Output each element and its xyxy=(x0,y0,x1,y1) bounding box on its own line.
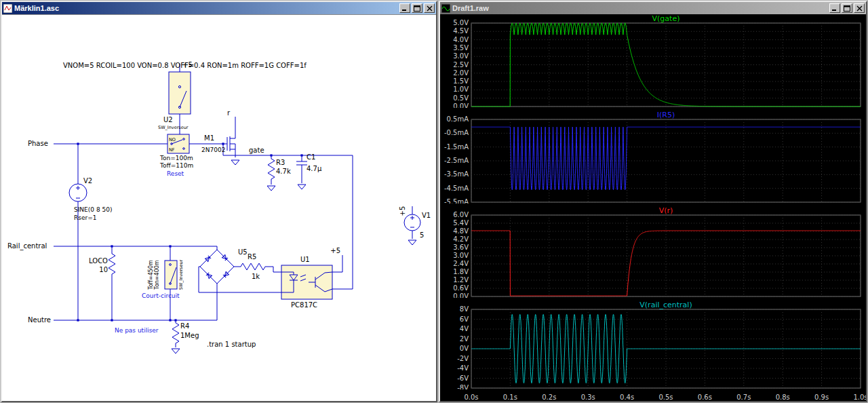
net-label-plus5-v1[interactable]: +5 xyxy=(399,206,406,216)
ground-symbols[interactable] xyxy=(172,160,416,353)
y-tick-label: 0.0V xyxy=(453,102,469,108)
loco-value-label: 10 xyxy=(99,266,108,273)
close-button[interactable] xyxy=(854,3,865,13)
u2-ref-label: U2 xyxy=(163,116,173,123)
y-tick-label: 0.5V xyxy=(453,94,469,102)
y-tick-label: 4.0V xyxy=(453,36,469,43)
v2-ref-label: V2 xyxy=(83,177,92,185)
plot-pane-vgate[interactable]: 5.0V4.5V4.0V3.5V3.0V2.5V2.0V1.5V1.0V0.5V… xyxy=(440,14,866,111)
net-label-phase[interactable]: Phase xyxy=(28,140,48,147)
wires[interactable] xyxy=(54,64,412,347)
plot-pane-vrail-central[interactable]: 8V6V4V2V0V-2V-4V-6V-8VV(rail_central) xyxy=(440,301,866,392)
v2-value-label: SINE(0 8 50) xyxy=(74,206,112,213)
y-tick-label: 5.4V xyxy=(453,219,469,227)
maximize-button[interactable] xyxy=(842,3,852,13)
r4-value-label: 1Meg xyxy=(180,332,199,339)
net-label-plus5-u1[interactable]: +5 xyxy=(330,247,340,254)
minimize-button[interactable] xyxy=(829,3,840,13)
plot-svg-vr: 6.0V5.4V4.8V4.2V3.6V3.0V2.4V1.8V1.2V0.6V… xyxy=(440,206,866,298)
component-r3[interactable]: R3 4.7k xyxy=(268,159,291,179)
plot-svg-vrail_central: 8V6V4V2V0V-2V-4V-6V-8VV(rail_central) xyxy=(440,301,866,389)
maximize-button[interactable] xyxy=(412,3,422,13)
y-tick-label: 1.2V xyxy=(453,276,469,284)
net-label-rail-central[interactable]: Rail_central xyxy=(7,242,47,250)
y-tick-label: -2V xyxy=(457,355,469,362)
net-label-r[interactable]: r xyxy=(227,109,231,117)
component-v1[interactable]: V1 5 xyxy=(404,212,431,239)
sw2-model-label: SW_Inverseur xyxy=(178,259,184,290)
y-tick-label: 3.5V xyxy=(453,44,469,52)
minimize-button[interactable] xyxy=(399,3,410,13)
minimize-icon xyxy=(831,5,838,12)
v1-ref-label: V1 xyxy=(422,212,431,219)
close-icon xyxy=(427,5,433,12)
component-r5[interactable]: R5 1k xyxy=(241,253,265,280)
y-tick-label: 1.0V xyxy=(453,85,469,93)
y-tick-label: 5.0V xyxy=(453,19,469,26)
plot-pane-vr[interactable]: 6.0V5.4V4.8V4.2V3.6V3.0V2.4V1.8V1.2V0.6V… xyxy=(440,206,866,301)
u2-no-label: NO xyxy=(169,137,176,142)
x-tick-label: 0.7s xyxy=(736,394,751,401)
y-tick-label: -0.5mA xyxy=(444,129,469,136)
plot-pane-ir5[interactable]: 0.5mA-0.5mA-1.5mA-2.5mA-3.5mA-4.5mA-5.5m… xyxy=(440,111,866,206)
y-tick-label: 3.6V xyxy=(453,244,469,251)
component-sw2[interactable]: Toff=450m Ton=400m SW_Inverseur xyxy=(148,259,184,290)
x-tick-label: 0.1s xyxy=(503,394,517,401)
schematic-canvas[interactable]: VNOM=5 RCOIL=100 VON=0.8 VOFF=0.4 RON=1m… xyxy=(2,15,436,401)
u1-ref-label: U1 xyxy=(300,256,310,263)
tran-directive: .tran 1 startup xyxy=(207,341,256,348)
net-label-plus5-u2[interactable]: +5 xyxy=(182,61,193,69)
trace-title-vr[interactable]: V(r) xyxy=(659,206,673,215)
c1-value-label: 4.7µ xyxy=(307,165,322,172)
y-tick-label: 0.5mA xyxy=(447,115,469,123)
y-tick-label: -2.5mA xyxy=(444,157,469,164)
component-v2[interactable]: V2 SINE(0 8 50) Rser=1 xyxy=(69,177,112,221)
trace-title-ir5[interactable]: I(R5) xyxy=(657,111,675,119)
y-tick-label: 2.0V xyxy=(453,69,469,77)
net-label-neutre[interactable]: Neutre xyxy=(28,316,51,324)
y-tick-label: 3.0V xyxy=(453,252,469,259)
waveform-titlebar[interactable]: Draft1.raw xyxy=(440,2,866,14)
component-u1[interactable]: U1 PC817C xyxy=(281,256,332,309)
x-tick-label: 0.0s xyxy=(464,394,478,401)
component-u5[interactable]: U5 xyxy=(200,248,248,284)
x-tick-label: 0.3s xyxy=(581,394,595,401)
comment-ne-pas-utiliser: Ne pas utiliser xyxy=(115,327,159,334)
y-tick-label: -8V xyxy=(457,384,469,389)
x-tick-label: 0.6s xyxy=(698,394,712,401)
ltspice-app: { "app": {"background": "#b4b4b4", "acce… xyxy=(0,0,868,403)
x-tick-label: 0.9s xyxy=(814,394,829,401)
x-tick-label: 0.2s xyxy=(542,394,556,401)
trace-ir5[interactable] xyxy=(471,127,861,190)
y-tick-label: 1.5V xyxy=(453,77,469,85)
schematic-window: Märklin1.asc xyxy=(1,1,437,402)
u2-ton-label: Ton=100m xyxy=(159,155,193,161)
trace-title-vgate[interactable]: V(gate) xyxy=(652,14,680,23)
component-r4[interactable]: R4 1Meg xyxy=(172,322,199,343)
schematic-client-area[interactable]: VNOM=5 RCOIL=100 VON=0.8 VOFF=0.4 RON=1m… xyxy=(2,14,436,401)
m1-ref-label: M1 xyxy=(204,134,214,142)
component-loco[interactable]: LOCO 10 xyxy=(89,254,115,274)
y-tick-label: 2V xyxy=(460,335,469,343)
y-tick-label: 4.8V xyxy=(453,227,469,235)
r3-value-label: 4.7k xyxy=(276,168,291,175)
schematic-titlebar[interactable]: Märklin1.asc xyxy=(2,2,436,14)
junction-dots xyxy=(77,142,302,321)
x-tick-label: 0.5s xyxy=(658,394,673,401)
minimize-icon xyxy=(401,5,408,12)
component-c1[interactable]: C1 4.7µ xyxy=(296,153,322,172)
plot-svg-vgate: 5.0V4.5V4.0V3.5V3.0V2.5V2.0V1.5V1.0V0.5V… xyxy=(440,14,866,108)
close-button[interactable] xyxy=(424,3,435,13)
waveform-client-area: 5.0V4.5V4.0V3.5V3.0V2.5V2.0V1.5V1.0V0.5V… xyxy=(440,14,866,401)
r5-value-label: 1k xyxy=(252,273,260,280)
net-label-gate[interactable]: gate xyxy=(249,147,264,154)
waveform-window-title: Draft1.raw xyxy=(452,4,827,12)
y-tick-label: 2.4V xyxy=(453,260,469,267)
v2-rser-label: Rser=1 xyxy=(74,214,96,221)
maximize-icon xyxy=(844,5,850,12)
trace-vrail_central[interactable] xyxy=(471,314,861,383)
y-tick-label: 3.0V xyxy=(453,52,469,60)
sw2-ton-label: Ton=400m xyxy=(154,260,160,290)
component-u2[interactable]: NO NF U2 SW_Inverseur Ton=100m Toff=110m xyxy=(158,72,193,169)
trace-title-vrail_central[interactable]: V(rail_central) xyxy=(639,301,692,309)
